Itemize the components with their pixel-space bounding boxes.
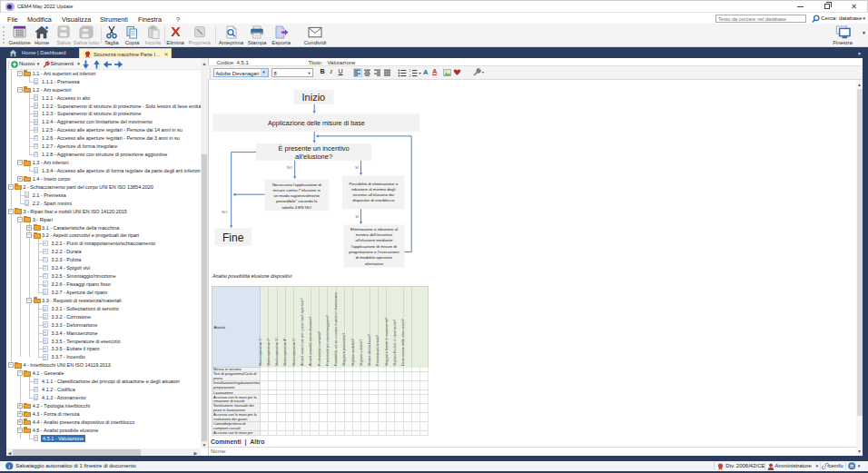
svg-text:all'elusione?: all'elusione?: [295, 153, 332, 161]
svg-text:Possibilità di eliminazione o: Possibilità di eliminazione o: [349, 182, 398, 186]
svg-text:dispositivi di interblocco: dispositivi di interblocco: [352, 198, 395, 202]
svg-text:È presente un incentivo: È presente un incentivo: [278, 144, 349, 153]
svg-text:i: i: [8, 463, 10, 469]
svg-text:1: 1: [409, 69, 411, 73]
svg-text:minimo dell'incentivo: minimo dell'incentivo: [355, 232, 392, 237]
svg-text:alternative: alternative: [364, 261, 383, 266]
svg-text:prevedibile” secondo la: prevedibile” secondo la: [276, 199, 318, 203]
svg-text:Applicazione delle misure di b: Applicazione delle misure di base: [268, 119, 365, 127]
svg-text:SI: SI: [355, 214, 359, 219]
svg-text:Fine: Fine: [222, 232, 244, 244]
svg-text:Necessaria l'applicazione di: Necessaria l'applicazione di: [271, 182, 321, 187]
svg-text:Eliminazione o riduzione al: Eliminazione o riduzione al: [350, 227, 397, 232]
svg-text:all'elusione mediante: all'elusione mediante: [355, 238, 392, 242]
svg-text:progettazione o l'esecuzione: progettazione o l'esecuzione: [349, 250, 399, 254]
svg-text:incentivi all'elusione dei: incentivi all'elusione dei: [352, 192, 394, 197]
svg-text:2: 2: [409, 74, 411, 76]
svg-text:SI: SI: [355, 165, 359, 170]
svg-text:misure contro l'“elusione in: misure contro l'“elusione in: [272, 188, 321, 192]
svg-text:un modo ragionevolmente: un modo ragionevolmente: [273, 193, 320, 198]
svg-text:NO: NO: [222, 210, 228, 214]
svg-text:riduzione al minimo degli: riduzione al minimo degli: [351, 187, 395, 192]
svg-text:di modalità operative: di modalità operative: [355, 255, 392, 260]
svg-text:NO: NO: [286, 165, 292, 170]
svg-text:tabella 3 EN ISO: tabella 3 EN ISO: [281, 205, 311, 210]
svg-text:Inizio: Inizio: [301, 92, 325, 103]
svg-text:l'applicazione di misure di: l'applicazione di misure di: [351, 244, 397, 249]
